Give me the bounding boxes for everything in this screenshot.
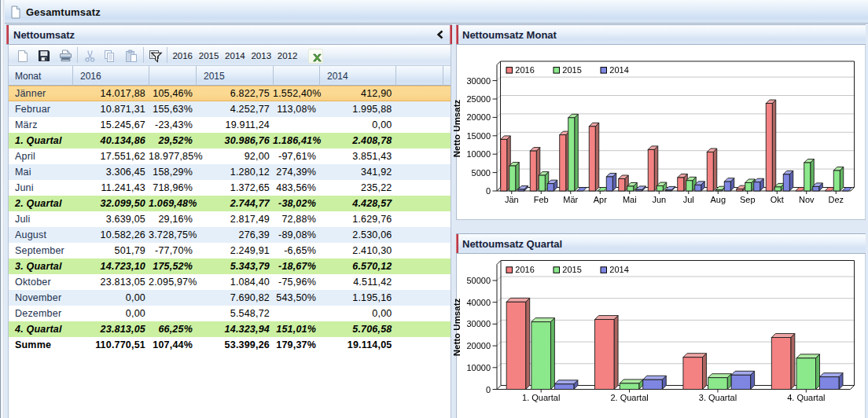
new-document-icon[interactable] (17, 50, 29, 66)
column-header-Monat[interactable]: Monat (15, 71, 41, 82)
bar-2014-Mai[interactable] (636, 189, 642, 191)
bar-2015-3. Quartal[interactable] (708, 378, 728, 390)
x-axis-label: 4. Quartal (787, 393, 825, 402)
table-row-2-quartal[interactable]: 2. Quartal32.099,501.069,48%2.744,77-38,… (9, 196, 451, 211)
cell-v2015: 5.548,72 (196, 308, 270, 319)
bar-2014-1. Quartal[interactable] (554, 384, 574, 390)
column-header-2015[interactable]: 2015 (204, 71, 225, 82)
table-row-mai[interactable]: Mai3.306,45158,29%1.280,12274,39%341,92 (9, 164, 451, 180)
chevron-left-icon[interactable] (435, 28, 446, 41)
bar-2015-4. Quartal[interactable] (796, 358, 815, 390)
bar-2016-Apr[interactable] (589, 126, 595, 191)
year-button-2016[interactable]: 2016 (169, 51, 196, 60)
cut-icon[interactable] (84, 50, 96, 66)
save-icon[interactable] (38, 50, 50, 65)
bar-2015-Okt[interactable] (774, 187, 781, 191)
bar-2016-3. Quartal-top (683, 354, 707, 358)
bar-2014-Feb[interactable] (547, 184, 554, 191)
cell-p2015: 179,37% (273, 339, 316, 350)
bar-2015-Aug[interactable] (715, 190, 722, 191)
bar-2015-Sep[interactable] (745, 182, 752, 191)
table-row-oktober[interactable]: Oktober23.813,052.095,97%1.084,40-75,96%… (9, 274, 451, 290)
column-header-2016[interactable]: 2016 (80, 71, 101, 82)
cell-v2014: 412,90 (319, 88, 392, 99)
cell-v2015: 1.084,40 (196, 277, 270, 288)
cell-label: Mai (15, 167, 31, 178)
bar-2016-Okt[interactable] (766, 104, 772, 191)
bar-2014-2. Quartal[interactable] (643, 380, 663, 389)
table-row-februar[interactable]: Februar10.871,31155,63%4.252,77113,08%1.… (9, 101, 451, 117)
table-row-september[interactable]: September501,79-77,70%2.249,91-6,65%2.41… (9, 243, 451, 258)
bar-2016-Jun[interactable] (648, 149, 654, 191)
legend-label-2016: 2016 (515, 265, 534, 274)
bar-2015-Mär[interactable] (568, 118, 575, 191)
bar-2016-Aug[interactable] (707, 152, 713, 191)
bar-2014-Okt[interactable] (783, 174, 789, 191)
bar-2014-Jun[interactable] (665, 190, 671, 191)
table-row-m-rz[interactable]: März15.245,67-23,43%19.911,240,00 (9, 117, 451, 133)
cell-v2014: 3.851,43 (319, 151, 392, 162)
cell-label: November (15, 292, 61, 303)
table-row-juli[interactable]: Juli3.639,0529,16%2.817,4972,88%1.629,76 (9, 211, 451, 227)
x-axis-label: Feb (534, 195, 549, 204)
column-header-2014[interactable]: 2014 (327, 71, 348, 82)
bar-2015-1. Quartal[interactable] (531, 322, 551, 390)
bar-2016-2. Quartal[interactable] (595, 320, 615, 390)
bar-2016-Mai[interactable] (619, 179, 625, 191)
year-button-2015[interactable]: 2015 (196, 51, 223, 60)
bar-2015-Jän[interactable] (509, 166, 516, 191)
table-row-august[interactable]: August10.582,263.728,75%276,39-89,08%2.5… (9, 227, 451, 243)
bar-2016-Jul[interactable] (678, 178, 684, 191)
bar-2015-Mai[interactable] (627, 186, 634, 191)
bar-2016-4. Quartal[interactable] (771, 338, 791, 390)
y-tick-label: 10000 (466, 149, 491, 159)
bar-2014-Jän[interactable] (518, 189, 524, 191)
bar-2015-Jun[interactable] (657, 186, 663, 191)
table-row-juni[interactable]: Juni11.241,43718,96%1.372,65483,56%235,2… (9, 180, 451, 196)
bar-2014-Sep[interactable] (754, 182, 760, 191)
bar-2015-2. Quartal[interactable] (620, 383, 639, 390)
bar-2015-Nov[interactable] (804, 163, 811, 191)
bar-2014-Aug[interactable] (724, 182, 730, 191)
bar-2016-3. Quartal[interactable] (683, 358, 703, 390)
red-accent (456, 25, 458, 44)
bar-2014-4. Quartal[interactable] (820, 377, 840, 390)
x-axis-label: Okt (771, 195, 784, 204)
table-row-november[interactable]: November0,007.690,82543,50%1.195,16 (9, 290, 451, 306)
toolbar-separator (167, 47, 167, 63)
table-row-4-quartal[interactable]: 4. Quartal23.813,0566,25%14.323,94151,01… (9, 321, 451, 337)
filter-icon[interactable] (149, 50, 163, 66)
bar-2016-Sep[interactable] (737, 189, 743, 191)
table-row-summe[interactable]: Summe110.770,51107,44%53.399,26179,37%19… (9, 337, 451, 353)
year-button-2013[interactable]: 2013 (248, 51, 274, 60)
table-row-dezember[interactable]: Dezember0,005.548,720,00 (9, 306, 451, 321)
bar-2014-3. Quartal[interactable] (731, 375, 751, 389)
cell-p2016: -77,70% (149, 245, 193, 256)
bar-2015-Feb[interactable] (539, 175, 545, 191)
bar-2016-Mär[interactable] (560, 135, 566, 191)
table-row-april[interactable]: April17.551,6218.977,85%92,00-97,61%3.85… (9, 148, 451, 164)
bar-2015-Jul[interactable] (686, 181, 693, 191)
bar-2014-Nov[interactable] (813, 186, 819, 191)
cell-v2015: 92,00 (196, 151, 270, 162)
bar-2014-1. Quartal-top (554, 380, 578, 384)
table-row-3-quartal[interactable]: 3. Quartal14.723,10175,52%5.343,79-18,67… (9, 258, 451, 274)
paste-icon[interactable] (125, 50, 138, 66)
bar-2016-Feb[interactable] (530, 151, 536, 191)
table-row-j-nner[interactable]: Jänner14.017,88105,46%6.822,751.552,40%4… (9, 86, 451, 101)
gridline (497, 151, 501, 155)
excel-export-button[interactable] (308, 49, 323, 64)
cell-v2016: 110.770,51 (72, 339, 145, 350)
bar-2016-Jän[interactable] (501, 139, 507, 191)
bar-2016-1. Quartal[interactable] (506, 302, 526, 389)
bar-2014-Apr[interactable] (606, 177, 612, 191)
bar-2014-Jul[interactable] (695, 185, 701, 191)
print-icon[interactable] (59, 50, 72, 65)
copy-icon[interactable] (103, 50, 116, 66)
bar-2015-Dez[interactable] (833, 170, 840, 191)
year-button-2014[interactable]: 2014 (222, 51, 248, 60)
bar-2015-4. Quartal-top (796, 354, 819, 358)
year-button-2012[interactable]: 2012 (274, 51, 301, 60)
window-left-edge (0, 0, 5, 418)
table-row-1-quartal[interactable]: 1. Quartal40.134,8629,52%30.986,761.186,… (9, 133, 451, 148)
